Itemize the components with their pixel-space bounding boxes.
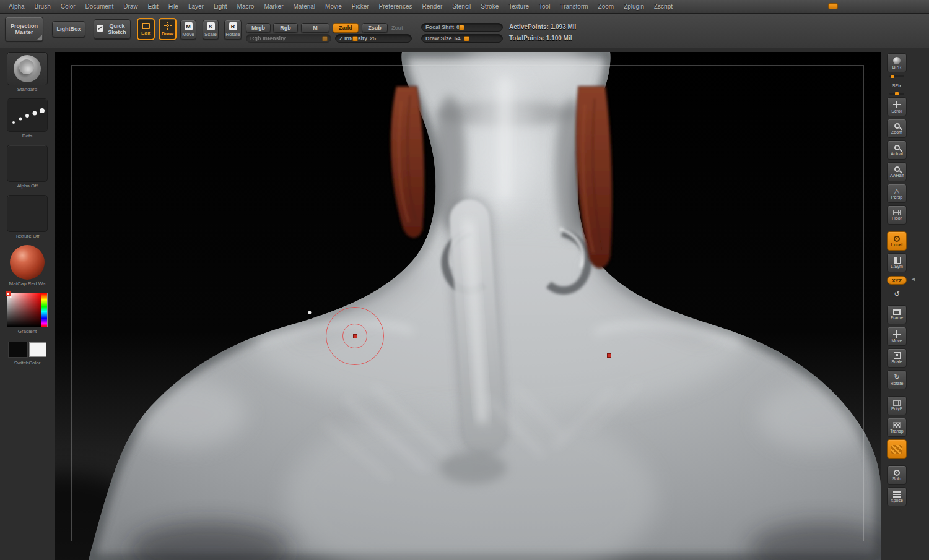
rgb-button[interactable]: Rgb — [273, 23, 298, 33]
menu-item[interactable]: Texture — [504, 0, 534, 14]
shelf-button-polyf[interactable]: PolyF — [887, 396, 907, 415]
menu-item[interactable]: Picker — [347, 0, 374, 14]
zadd-label: Zadd — [339, 25, 352, 31]
hue-strip[interactable] — [41, 293, 47, 327]
focal-shift-handle[interactable] — [459, 25, 464, 30]
stroke-selector[interactable]: Dots — [7, 98, 48, 139]
shelf-button-zoom[interactable]: Zoom — [887, 119, 907, 138]
menu-item[interactable]: Draw — [118, 0, 142, 14]
alpha-selector[interactable]: Alpha Off — [7, 145, 48, 189]
menu-item[interactable]: Stencil — [447, 0, 476, 14]
shelf-button-lsym[interactable]: L.Sym — [887, 253, 907, 272]
menu-item[interactable]: Preferences — [374, 0, 417, 14]
shelf-button-floor[interactable]: Floor — [887, 205, 907, 225]
menu-item[interactable]: Marker — [259, 0, 288, 14]
menu-item[interactable]: Transform — [555, 0, 593, 14]
menu-item[interactable]: Document — [81, 0, 119, 14]
menu-item[interactable]: Movie — [320, 0, 347, 14]
shelf-button-xpose[interactable]: Xpose — [887, 487, 907, 506]
menu-item[interactable]: Light — [209, 0, 232, 14]
ghost-transparency-icon — [891, 445, 902, 454]
zsub-button[interactable]: Zsub — [362, 23, 388, 33]
zcut-button[interactable]: Zcut — [391, 25, 403, 31]
menu-item[interactable]: Zoom — [593, 0, 619, 14]
menu-item[interactable]: File — [164, 0, 183, 14]
zadd-button[interactable]: Zadd — [333, 23, 359, 33]
rgb-intensity-handle[interactable] — [322, 36, 328, 41]
bpr-slider-handle[interactable] — [891, 75, 894, 78]
shelf-button-rotation-reset[interactable]: ↺ — [887, 288, 907, 299]
material-selector[interactable]: MatCap Red Wa — [9, 245, 46, 286]
aa-half-icon — [894, 166, 900, 172]
quick-sketch-button[interactable]: Quick Sketch — [94, 19, 131, 39]
draw-mode-button[interactable]: Draw — [159, 18, 177, 40]
switch-color[interactable]: SwitchColor — [7, 340, 48, 366]
top-shelf: Projection Master LightBox Quick Sketch … — [0, 14, 929, 48]
color-picker[interactable]: Gradient — [7, 293, 48, 334]
move-mode-button[interactable]: M Move — [180, 20, 196, 40]
rotate-mode-button[interactable]: R Rotate — [224, 20, 242, 40]
menu-item[interactable]: Macro — [232, 0, 260, 14]
tray-collapse-arrow-icon[interactable]: ◄ — [910, 276, 916, 282]
shelf-button-solo[interactable]: Solo — [887, 465, 907, 485]
menu-item[interactable]: Render — [417, 0, 448, 14]
shelf-button-bpr[interactable]: BPR — [887, 53, 907, 72]
shelf-button-transp[interactable]: Transp — [887, 418, 907, 437]
menu-accent-button[interactable] — [828, 3, 838, 9]
mrgb-button[interactable]: Mrgb — [246, 23, 271, 33]
shelf-button-local[interactable]: Local — [887, 231, 907, 251]
spix-slider[interactable] — [889, 93, 904, 95]
primary-color-swatch[interactable] — [29, 342, 46, 357]
dots-stroke-icon — [7, 99, 47, 131]
solo-icon — [894, 470, 900, 476]
menu-item[interactable]: Color — [56, 0, 81, 14]
texture-selector[interactable]: Texture Off — [7, 195, 48, 239]
shelf-button-persp[interactable]: △ Persp — [887, 184, 907, 203]
shelf-button-aahalf[interactable]: AAHalf — [887, 162, 907, 181]
shelf-button-scale[interactable]: Scale — [887, 348, 907, 368]
draw-size-handle[interactable] — [464, 36, 469, 41]
menu-item[interactable]: Stroke — [476, 0, 504, 14]
local-symmetry-icon — [894, 257, 901, 264]
scale-mode-button[interactable]: S Scale — [203, 20, 219, 40]
shelf-button-ghost[interactable] — [887, 439, 907, 459]
menu-item[interactable]: Tool — [534, 0, 555, 14]
menu-item[interactable]: Material — [289, 0, 321, 14]
document-canvas[interactable] — [55, 52, 881, 560]
m-button[interactable]: M — [301, 23, 329, 33]
z-intensity-handle[interactable] — [352, 36, 358, 41]
projection-master-button[interactable]: Projection Master — [5, 17, 43, 41]
z-intensity-value: 25 — [370, 35, 376, 41]
spix-slider-handle[interactable] — [895, 92, 899, 95]
shelf-button-scroll[interactable]: Scroll — [887, 97, 907, 116]
rgb-intensity-slider[interactable]: Rgb Intensity — [246, 34, 331, 43]
shelf-button-spix[interactable]: SPix — [887, 80, 907, 91]
shelf-button-actual[interactable]: Actual — [887, 140, 907, 160]
brush-selector[interactable]: Standard — [7, 52, 48, 92]
menu-item[interactable]: Zplugin — [619, 0, 649, 14]
menu-bar: AlphaBrushColorDocumentDrawEditFileLayer… — [0, 0, 929, 14]
main-menu: AlphaBrushColorDocumentDrawEditFileLayer… — [0, 0, 678, 13]
shelf-button-xyz[interactable]: XYZ — [887, 276, 907, 285]
menu-item[interactable]: Layer — [183, 0, 209, 14]
shelf-button-rotate[interactable]: ↻ Rotate — [887, 370, 907, 389]
draw-size-slider[interactable]: Draw Size 54 — [421, 34, 503, 43]
saturation-square[interactable] — [7, 293, 41, 327]
menu-item[interactable]: Alpha — [4, 0, 30, 14]
bpr-slider[interactable] — [889, 75, 904, 77]
z-intensity-slider[interactable]: Z Intensity 25 — [335, 34, 412, 43]
total-points-readout: TotalPoints: 1.100 Mil — [509, 35, 572, 41]
menu-item[interactable]: Edit — [143, 0, 164, 14]
secondary-color-swatch[interactable] — [8, 342, 28, 358]
menu-item[interactable]: Zscript — [649, 0, 678, 14]
scale-gizmo-icon — [894, 352, 901, 359]
shelf-button-move[interactable]: Move — [887, 327, 907, 346]
lightbox-button[interactable]: LightBox — [52, 21, 85, 37]
menu-item[interactable]: Brush — [30, 0, 56, 14]
shelf-button-frame[interactable]: Frame — [887, 305, 907, 324]
gradient-label: Gradient — [18, 329, 37, 334]
move-label: Move — [182, 32, 194, 37]
edit-mode-button[interactable]: Edit — [137, 18, 155, 40]
standard-brush-icon — [14, 55, 41, 82]
focal-shift-slider[interactable]: Focal Shift 0 — [421, 23, 503, 32]
